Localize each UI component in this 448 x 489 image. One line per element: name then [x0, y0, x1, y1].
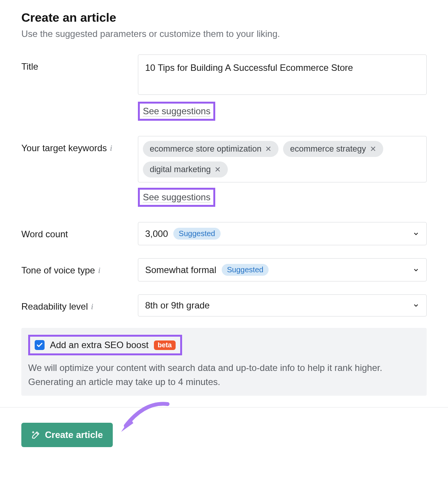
readability-select[interactable]: 8th or 9th grade: [138, 294, 427, 316]
word-count-label: Word count: [21, 222, 138, 240]
magic-wand-icon: [31, 430, 40, 439]
word-count-value: 3,000: [145, 229, 168, 239]
seo-boost-description: We will optimize your content with searc…: [28, 361, 420, 389]
chevron-down-icon: [413, 230, 419, 237]
page-subtitle: Use the suggested parameters or customiz…: [21, 29, 427, 39]
arrow-annotation-icon: [114, 398, 171, 436]
readability-value: 8th or 9th grade: [145, 300, 210, 311]
suggested-badge: Suggested: [222, 264, 269, 276]
close-icon[interactable]: ✕: [370, 145, 376, 153]
title-input[interactable]: [138, 54, 427, 95]
keyword-tag: ecommerce store optimization ✕: [143, 141, 278, 157]
keyword-tag-label: ecommerce store optimization: [150, 144, 261, 154]
title-see-suggestions[interactable]: See suggestions: [143, 106, 210, 117]
close-icon[interactable]: ✕: [214, 166, 221, 173]
beta-badge: beta: [154, 340, 176, 350]
chevron-down-icon: [413, 267, 419, 273]
info-icon[interactable]: i: [110, 143, 112, 153]
tone-value: Somewhat formal: [145, 265, 216, 275]
readability-label: Readability level: [21, 301, 88, 312]
word-count-select[interactable]: 3,000 Suggested: [138, 222, 427, 245]
title-label: Title: [21, 54, 138, 72]
create-article-button[interactable]: Create article: [21, 423, 113, 447]
keywords-see-suggestions[interactable]: See suggestions: [143, 192, 210, 203]
seo-boost-panel: Add an extra SEO boost beta We will opti…: [21, 328, 427, 396]
chevron-down-icon: [413, 302, 419, 309]
create-article-label: Create article: [45, 430, 103, 440]
tone-select[interactable]: Somewhat formal Suggested: [138, 258, 427, 281]
keyword-tag: ecommerce strategy ✕: [283, 141, 383, 157]
close-icon[interactable]: ✕: [265, 145, 272, 153]
info-icon[interactable]: i: [98, 265, 100, 275]
keyword-tag: digital marketing ✕: [143, 161, 228, 177]
page-title: Create an article: [21, 11, 427, 25]
keyword-tag-label: digital marketing: [150, 165, 211, 174]
seo-boost-label: Add an extra SEO boost: [50, 340, 149, 350]
keywords-label: Your target keywords: [21, 143, 107, 153]
info-icon[interactable]: i: [91, 302, 93, 312]
keyword-tag-label: ecommerce strategy: [290, 144, 366, 154]
check-icon: [36, 342, 43, 348]
seo-boost-checkbox[interactable]: [35, 340, 45, 350]
tone-label: Tone of voice type: [21, 265, 95, 276]
keywords-input[interactable]: ecommerce store optimization ✕ ecommerce…: [138, 136, 427, 182]
svg-marker-0: [121, 418, 133, 432]
suggested-badge: Suggested: [173, 228, 221, 240]
